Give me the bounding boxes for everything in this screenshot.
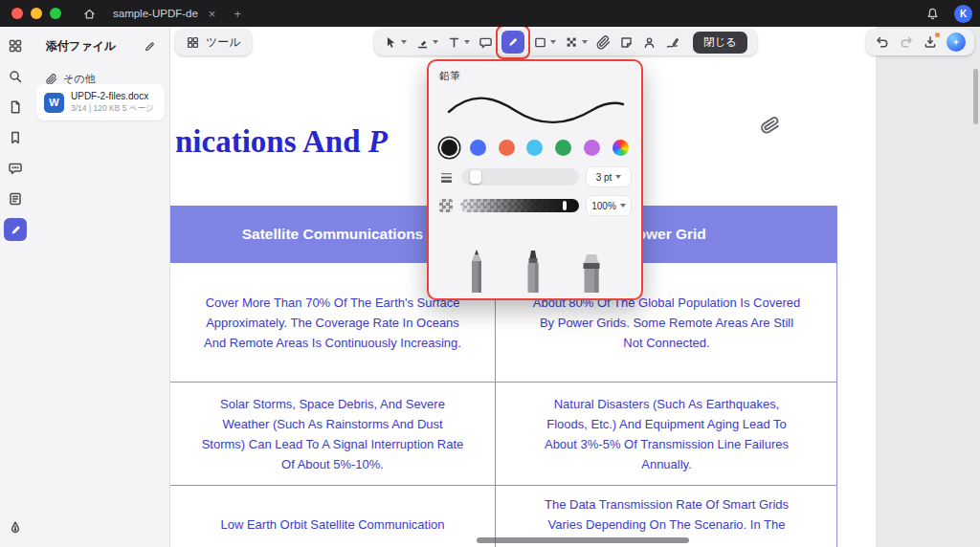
close-toolbar-button[interactable]: 閉じる: [693, 32, 747, 54]
chevron-down-icon: [433, 40, 438, 44]
opacity-value: 100%: [591, 201, 616, 211]
stroke-preview: [439, 85, 631, 133]
vertical-scrollbar-thumb[interactable]: [973, 69, 978, 124]
chevron-down-icon: [401, 40, 407, 44]
attachment-file-item[interactable]: W UPDF-2-files.docx 3/14 | 120 KB 5 ページ: [36, 84, 165, 120]
sparkle-icon: [951, 37, 961, 47]
search-icon[interactable]: [4, 65, 27, 88]
pencil-style-icon[interactable]: [466, 249, 487, 293]
color-swatch-cyan[interactable]: [526, 140, 543, 156]
color-swatch-black[interactable]: [441, 140, 457, 156]
sticker-tool-button[interactable]: [619, 35, 634, 50]
new-tab-icon[interactable]: +: [232, 8, 243, 20]
save-button[interactable]: [923, 34, 938, 50]
color-swatch-custom[interactable]: [612, 140, 629, 156]
tab-title: sample-UPDF-de: [113, 8, 198, 19]
redact-tool-button[interactable]: [565, 35, 588, 50]
pencil-tool-button[interactable]: [501, 31, 524, 54]
text-icon: [447, 35, 461, 50]
panel-title: 添付ファイル: [46, 38, 116, 55]
undo-button[interactable]: [875, 34, 890, 50]
file-name: UPDF-2-files.docx: [71, 91, 154, 101]
heading-text: nications And: [175, 124, 368, 159]
mosaic-icon: [565, 35, 579, 50]
close-tab-icon[interactable]: ×: [207, 8, 218, 20]
thickness-slider[interactable]: [461, 168, 579, 186]
signature-pen-icon: [665, 35, 679, 50]
left-tool-rail: [0, 27, 31, 547]
bell-icon[interactable]: [922, 3, 943, 24]
chevron-down-icon: [582, 40, 588, 44]
popup-title: 鉛筆: [439, 69, 631, 83]
user-avatar[interactable]: K: [954, 5, 972, 23]
tools-grid-icon: [186, 35, 200, 50]
annotation-toolbar: 閉じる: [374, 29, 757, 55]
history-toolbar: [866, 29, 974, 55]
home-icon[interactable]: [78, 3, 100, 24]
bookmark-icon[interactable]: [4, 126, 27, 149]
ai-assistant-button[interactable]: [947, 33, 966, 52]
attachment-annotation-icon[interactable]: [759, 114, 782, 137]
rectangle-icon: [533, 35, 547, 50]
pencil-tool-active-tile[interactable]: [501, 31, 524, 54]
opacity-slider-handle[interactable]: [563, 201, 567, 210]
signature-nib-icon[interactable]: [4, 516, 27, 539]
table-cell: Solar Storms, Space Debris, And Severe W…: [170, 383, 495, 485]
redo-button[interactable]: [899, 34, 914, 50]
chevron-down-icon: [464, 40, 470, 44]
attach-tool-button[interactable]: [596, 35, 611, 50]
notes-list-icon[interactable]: [4, 187, 27, 210]
thickness-value: 3 pt: [596, 172, 612, 183]
tools-label: ツール: [206, 34, 241, 51]
comment-tool-button[interactable]: [479, 35, 493, 50]
thickness-slider-handle[interactable]: [470, 170, 481, 184]
titlebar: sample-UPDF-de × + K: [0, 0, 980, 27]
pen-style-options: [439, 215, 631, 293]
text-tool-button[interactable]: [447, 35, 470, 50]
minimize-window-button[interactable]: [31, 8, 42, 19]
window-controls: [11, 8, 61, 19]
paperclip-icon: [46, 74, 57, 85]
word-file-icon: W: [44, 93, 64, 113]
highlight-tool-button[interactable]: [415, 35, 438, 50]
opacity-icon: [439, 199, 453, 212]
color-swatch-blue[interactable]: [470, 140, 486, 156]
color-swatch-orange[interactable]: [499, 140, 515, 156]
sticker-icon: [619, 35, 634, 50]
contact-tool-button[interactable]: [642, 35, 657, 50]
document-tab[interactable]: sample-UPDF-de × +: [113, 0, 243, 27]
opacity-slider[interactable]: [460, 199, 579, 212]
attachments-panel: 添付ファイル その他 W UPDF-2-files.docx 3/14 | 12…: [31, 27, 170, 547]
comments-icon[interactable]: [4, 157, 27, 180]
zoom-window-button[interactable]: [50, 8, 61, 19]
select-tool-button[interactable]: [384, 35, 407, 50]
tools-menu-button[interactable]: ツール: [175, 29, 252, 55]
opacity-select[interactable]: 100%: [587, 196, 631, 215]
color-swatches: [441, 140, 629, 156]
marker-style-icon[interactable]: [523, 251, 544, 293]
pencil-settings-popup: 鉛筆 3 pt 100%: [427, 59, 643, 300]
speech-bubble-icon: [479, 35, 493, 50]
pen-annotation-icon[interactable]: [4, 218, 27, 241]
close-window-button[interactable]: [11, 8, 23, 19]
file-meta: 3/14 | 120 KB 5 ページ: [71, 103, 154, 115]
cursor-icon: [384, 35, 398, 50]
pen-icon: [506, 35, 520, 49]
page-thumbnails-icon[interactable]: [4, 96, 27, 119]
person-icon: [642, 35, 657, 50]
shape-tool-button[interactable]: [533, 35, 556, 50]
color-swatch-green[interactable]: [555, 140, 571, 156]
table-cell: Natural Disasters (Such As Earthquakes, …: [495, 383, 837, 485]
redo-icon: [899, 34, 914, 50]
horizontal-scrollbar-thumb[interactable]: [477, 537, 689, 543]
table-cell: Low Earth Orbit Satellite Communication: [170, 486, 495, 547]
highlighter-icon: [415, 35, 430, 50]
signature-tool-button[interactable]: [665, 35, 679, 50]
edit-pen-icon[interactable]: [144, 40, 156, 53]
thickness-icon: [439, 170, 454, 185]
thickness-select[interactable]: 3 pt: [587, 167, 631, 186]
color-swatch-purple[interactable]: [584, 140, 600, 156]
highlighter-style-icon[interactable]: [579, 254, 604, 293]
apps-grid-icon[interactable]: [4, 34, 27, 57]
chevron-down-icon: [550, 40, 556, 44]
